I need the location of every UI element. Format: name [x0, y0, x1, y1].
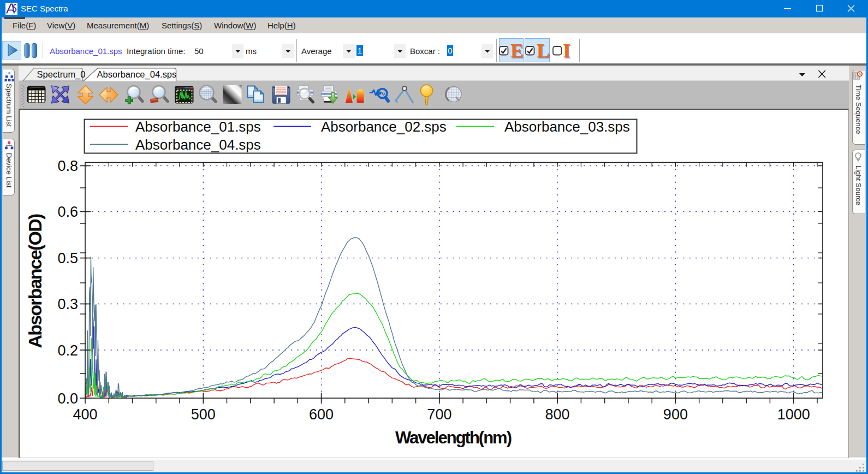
- svg-text:0.6: 0.6: [57, 204, 78, 220]
- svg-text:700: 700: [427, 406, 451, 423]
- svg-text:500: 500: [191, 406, 216, 423]
- svg-text:Absorbance(OD): Absorbance(OD): [25, 214, 45, 348]
- svg-text:0.0: 0.0: [57, 390, 78, 407]
- svg-text:Absorbance_01.sps: Absorbance_01.sps: [135, 118, 261, 135]
- svg-text:0.8: 0.8: [57, 158, 78, 174]
- svg-text:1000: 1000: [777, 406, 810, 423]
- svg-text:Absorbance_02.sps: Absorbance_02.sps: [321, 118, 447, 135]
- svg-text:600: 600: [309, 406, 334, 423]
- svg-text:0.5: 0.5: [57, 250, 78, 266]
- svg-text:900: 900: [663, 406, 688, 423]
- svg-text:Absorbance_04.sps: Absorbance_04.sps: [97, 69, 176, 80]
- svg-text:0.2: 0.2: [57, 342, 78, 359]
- svg-text:0.3: 0.3: [57, 296, 78, 312]
- svg-text:Wavelength(nm): Wavelength(nm): [395, 428, 512, 447]
- svg-text:800: 800: [545, 406, 570, 423]
- svg-text:Spectrum_0: Spectrum_0: [37, 69, 85, 80]
- svg-text:400: 400: [73, 406, 97, 423]
- svg-text:Absorbance_03.sps: Absorbance_03.sps: [504, 118, 630, 135]
- svg-text:Absorbance_04.sps: Absorbance_04.sps: [135, 137, 261, 153]
